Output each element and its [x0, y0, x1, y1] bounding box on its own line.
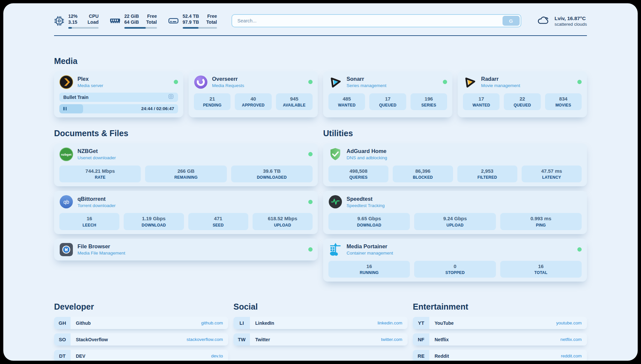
- search-input[interactable]: [231, 14, 521, 27]
- cpu-label: CPU: [88, 13, 99, 19]
- bookmark-group-developer: Developer GH Github github.com SO StackO…: [54, 302, 228, 361]
- section-title-media: Media: [54, 56, 587, 66]
- disk-free-label: Free: [206, 13, 217, 19]
- now-playing-row: Bullet Train: [59, 93, 178, 102]
- bookmark-abbr: TW: [233, 333, 250, 346]
- bookmark-stackoverflow[interactable]: SO StackOverflow stackoverflow.com: [54, 333, 228, 346]
- dashboard-page: 12% 3.15 CPU Load: [0, 0, 641, 364]
- status-dot: [308, 80, 313, 84]
- bookmark-netflix[interactable]: NF Netflix netflix.com: [413, 333, 587, 346]
- disk-icon: [168, 17, 179, 24]
- playback-time: 24:44 / 02:06:47: [141, 106, 174, 111]
- stat-series: 196 SERIES: [411, 93, 447, 110]
- cpu-load-label: Load: [88, 19, 99, 25]
- card-portainer[interactable]: Media Portainer Container management 16 …: [323, 239, 587, 282]
- stat-downloaded: 39.6 TB DOWNLOADED: [231, 166, 313, 183]
- bookmark-youtube[interactable]: YT YouTube youtube.com: [413, 317, 587, 329]
- ram-free-value: 22 GiB: [124, 13, 139, 19]
- stat-wanted: 485 WANTED: [328, 93, 365, 110]
- card-radarr[interactable]: Radarr Movie management 17 WANTED 22 QUE…: [458, 71, 587, 117]
- stat-filtered: 2,953 FILTERED: [457, 166, 517, 183]
- stat-queries: 498,508 QUERIES: [328, 166, 388, 183]
- card-overseerr[interactable]: Overseerr Media Requests 21 PENDING 40 A…: [189, 71, 318, 117]
- card-adguard[interactable]: AdGuard Home DNS and adblocking 498,508 …: [323, 143, 587, 187]
- app-name: qBittorrent: [77, 196, 116, 202]
- app-subtitle: Container management: [347, 251, 393, 256]
- now-playing-icon: [168, 93, 174, 101]
- section-utilities: Utilities AdGuard Home DNS and: [323, 129, 587, 282]
- bookmark-abbr: DT: [54, 350, 71, 361]
- stat-download: 9.65 Gbps DOWNLOAD: [328, 213, 410, 230]
- section-title-documents: Documents & Files: [54, 129, 318, 138]
- app-subtitle: Speedtest Tracking: [347, 203, 385, 208]
- app-subtitle: Movie management: [481, 83, 520, 88]
- stat-upload: 9.24 Gbps UPLOAD: [414, 213, 496, 230]
- bookmark-url: linkedin.com: [378, 320, 402, 325]
- memory-widget: 22 GiB 64 GiB Free Total: [110, 13, 157, 29]
- card-filebrowser[interactable]: File Browser Media File Management: [54, 239, 318, 260]
- app-name: AdGuard Home: [347, 148, 387, 154]
- now-playing-title: Bullet Train: [63, 95, 88, 100]
- nzbget-icon: nzbget: [59, 147, 73, 161]
- svg-text:nzbget: nzbget: [61, 153, 72, 156]
- cloud-icon: [536, 15, 550, 27]
- stat-blocked: 86,396 BLOCKED: [393, 166, 453, 183]
- bookmark-dev[interactable]: DT DEV dev.to: [54, 350, 228, 361]
- stat-approved: 40 APPROVED: [235, 93, 271, 110]
- adguard-icon: [328, 147, 342, 161]
- search-go-button[interactable]: G: [503, 16, 520, 26]
- pause-icon[interactable]: [63, 107, 67, 110]
- stat-movies: 834 MOVIES: [545, 93, 582, 110]
- bookmark-url: github.com: [201, 320, 223, 325]
- dashboard-frame: 12% 3.15 CPU Load: [3, 3, 638, 361]
- status-dot: [308, 200, 313, 204]
- section-title-utilities: Utilities: [323, 129, 587, 138]
- portainer-icon: [328, 243, 342, 257]
- stat-leech: 16 LEECH: [59, 213, 119, 230]
- section-media: Media Plex Media server: [54, 56, 587, 117]
- stat-ping: 0.993 ms PING: [500, 213, 582, 230]
- stat-total: 16 TOTAL: [500, 261, 582, 278]
- bookmark-reddit[interactable]: RE Reddit reddit.com: [413, 350, 587, 361]
- cpu-progress-bar: [68, 27, 99, 29]
- bookmark-name: DEV: [76, 353, 85, 359]
- status-dot: [577, 247, 582, 252]
- status-dot: [443, 80, 447, 84]
- cpu-widget: 12% 3.15 CPU Load: [54, 13, 99, 29]
- bookmark-abbr: YT: [413, 317, 429, 329]
- weather-widget: Lviv, 16.87°C scattered clouds: [536, 15, 587, 27]
- header-divider: [54, 35, 587, 36]
- card-qbittorrent[interactable]: qb qBittorrent Torrent downloader 16 LEE…: [54, 191, 318, 234]
- bookmark-twitter[interactable]: TW Twitter twitter.com: [233, 333, 408, 346]
- bookmark-linkedin[interactable]: LI LinkedIn linkedin.com: [233, 317, 408, 329]
- cpu-load-value: 3.15: [68, 19, 77, 25]
- app-name: File Browser: [77, 243, 125, 250]
- disk-progress-bar: [183, 27, 217, 29]
- app-subtitle: Media server: [77, 83, 103, 88]
- stat-queued: 22 QUEUED: [504, 93, 540, 110]
- card-speedtest[interactable]: Speedtest Speedtest Tracking 9.65 Gbps D…: [323, 191, 587, 234]
- playback-progress-bar[interactable]: 24:44 / 02:06:47: [59, 104, 178, 113]
- stat-upload: 618.52 Mbps UPLOAD: [253, 213, 313, 230]
- bookmark-abbr: RE: [413, 350, 429, 361]
- app-name: Plex: [77, 76, 103, 82]
- search-box: G: [231, 14, 521, 27]
- app-name: NZBGet: [77, 148, 116, 154]
- card-plex[interactable]: Plex Media server Bullet Train: [54, 71, 183, 117]
- section-documents: Documents & Files nzbget NZBGet Usenet d…: [54, 129, 318, 260]
- bookmark-abbr: NF: [413, 333, 429, 346]
- filebrowser-icon: [59, 243, 73, 257]
- card-sonarr[interactable]: Sonarr Series management 485 WANTED 17 Q…: [323, 71, 452, 117]
- app-name: Radarr: [481, 76, 520, 82]
- svg-text:qb: qb: [63, 199, 69, 205]
- qbittorrent-icon: qb: [59, 195, 73, 209]
- ram-progress-bar: [124, 27, 157, 29]
- bookmark-abbr: GH: [54, 317, 71, 329]
- card-nzbget[interactable]: nzbget NZBGet Usenet downloader 744.21 M…: [54, 143, 318, 187]
- bookmark-url: netflix.com: [560, 337, 582, 342]
- bookmark-github[interactable]: GH Github github.com: [54, 317, 228, 329]
- bookmark-name: Reddit: [435, 353, 449, 359]
- cpu-usage-value: 12%: [68, 13, 77, 19]
- stat-queued: 17 QUEUED: [369, 93, 406, 110]
- bookmark-group-entertainment: Entertainment YT YouTube youtube.com NF …: [413, 302, 587, 361]
